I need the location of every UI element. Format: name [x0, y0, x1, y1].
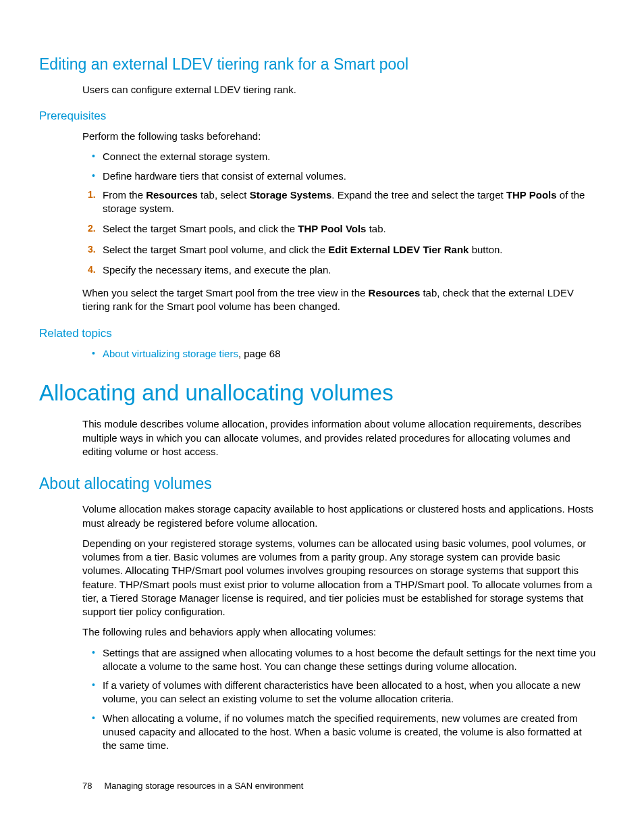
prereq-intro: Perform the following tasks beforehand: — [82, 130, 597, 143]
list-item: Define hardware tiers that consist of ex… — [82, 170, 597, 183]
heading-prerequisites: Prerequisites — [39, 109, 597, 124]
list-item: When allocating a volume, if no volumes … — [82, 712, 597, 753]
page-number: 78 — [82, 781, 92, 791]
about-paragraph: Depending on your registered storage sys… — [82, 537, 597, 619]
step-item: From the Resources tab, select Storage S… — [82, 188, 597, 216]
step-item: Select the target Smart pool volume, and… — [82, 243, 597, 257]
after-steps-note: When you select the target Smart pool fr… — [82, 286, 597, 314]
heading-allocating-unallocating: Allocating and unallocating volumes — [39, 378, 597, 409]
alloc-intro: This module describes volume allocation,… — [82, 417, 597, 459]
list-item: About virtualizing storage tiers, page 6… — [82, 347, 597, 361]
list-item: Settings that are assigned when allocati… — [82, 646, 597, 674]
intro-paragraph: Users can configure external LDEV tierin… — [82, 83, 597, 97]
list-item: If a variety of volumes with different c… — [82, 679, 597, 706]
heading-related-topics: Related topics — [39, 326, 597, 342]
about-paragraph: Volume allocation makes storage capacity… — [82, 502, 597, 530]
about-paragraph: The following rules and behaviors apply … — [82, 625, 597, 639]
list-item: Connect the external storage system. — [82, 150, 597, 163]
page-footer: 78Managing storage resources in a SAN en… — [82, 780, 303, 792]
heading-editing-external-ldev: Editing an external LDEV tiering rank fo… — [39, 54, 597, 75]
step-item: Specify the necessary items, and execute… — [82, 263, 597, 277]
footer-title: Managing storage resources in a SAN envi… — [104, 781, 303, 791]
heading-about-allocating: About allocating volumes — [39, 473, 597, 494]
related-link[interactable]: About virtualizing storage tiers — [103, 348, 238, 359]
step-item: Select the target Smart pools, and click… — [82, 222, 597, 236]
